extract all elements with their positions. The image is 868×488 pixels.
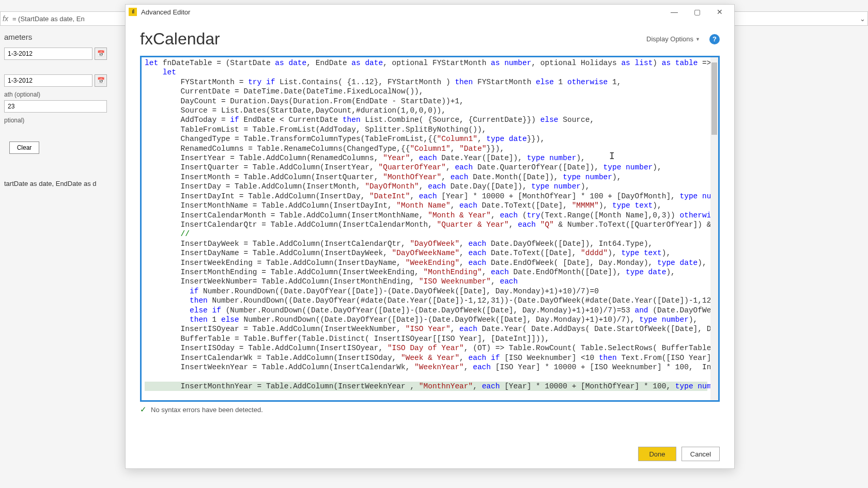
powerbi-icon bbox=[129, 8, 137, 16]
advanced-editor-dialog: Advanced Editor — ▢ ✕ fxCalendar Display… bbox=[125, 4, 735, 469]
minimize-button[interactable]: — bbox=[663, 5, 686, 19]
fy-start-month-input[interactable] bbox=[4, 100, 107, 113]
display-options-dropdown[interactable]: Display Options▼ bbox=[646, 35, 700, 43]
cancel-button[interactable]: Cancel bbox=[681, 447, 720, 461]
fx-label: fx bbox=[3, 14, 8, 23]
close-button[interactable]: ✕ bbox=[708, 5, 731, 19]
end-date-input[interactable] bbox=[4, 74, 92, 87]
scrollbar-vertical[interactable] bbox=[710, 57, 718, 400]
status-bar: ✓ No syntax errors have been detected. bbox=[140, 405, 720, 414]
param-label-optional: ptional) bbox=[4, 117, 107, 124]
check-icon: ✓ bbox=[140, 405, 147, 414]
text-cursor: I bbox=[609, 150, 610, 161]
title-bar: Advanced Editor — ▢ ✕ bbox=[126, 5, 734, 19]
parameters-panel: ameters 📅 📅 ath (optional) ptional) Clea… bbox=[0, 28, 111, 192]
code-editor[interactable]: let fnDateTable = (StartDate as date, En… bbox=[142, 57, 710, 400]
status-text: No syntax errors have been detected. bbox=[151, 406, 263, 414]
calendar-icon[interactable]: 📅 bbox=[95, 48, 107, 60]
code-editor-container: let fnDateTable = (StartDate as date, En… bbox=[140, 56, 720, 402]
maximize-button[interactable]: ▢ bbox=[686, 5, 708, 19]
help-icon[interactable]: ? bbox=[709, 34, 720, 44]
calendar-icon[interactable]: 📅 bbox=[95, 74, 107, 87]
start-date-input[interactable] bbox=[4, 48, 92, 60]
param-label-month: ath (optional) bbox=[4, 91, 107, 98]
formula-dropdown-icon[interactable]: ⌄ bbox=[860, 15, 865, 23]
clear-button[interactable]: Clear bbox=[9, 141, 39, 154]
dialog-title: Advanced Editor bbox=[141, 8, 190, 16]
done-button[interactable]: Done bbox=[638, 447, 676, 461]
formula-text[interactable]: = (StartDate as date, En bbox=[12, 15, 85, 23]
chevron-down-icon: ▼ bbox=[695, 37, 700, 42]
scrollbar-thumb[interactable] bbox=[711, 62, 717, 135]
parameters-header: ameters bbox=[4, 33, 107, 41]
function-signature: tartDate as date, EndDate as d bbox=[4, 180, 107, 187]
query-name-heading: fxCalendar bbox=[140, 29, 220, 49]
